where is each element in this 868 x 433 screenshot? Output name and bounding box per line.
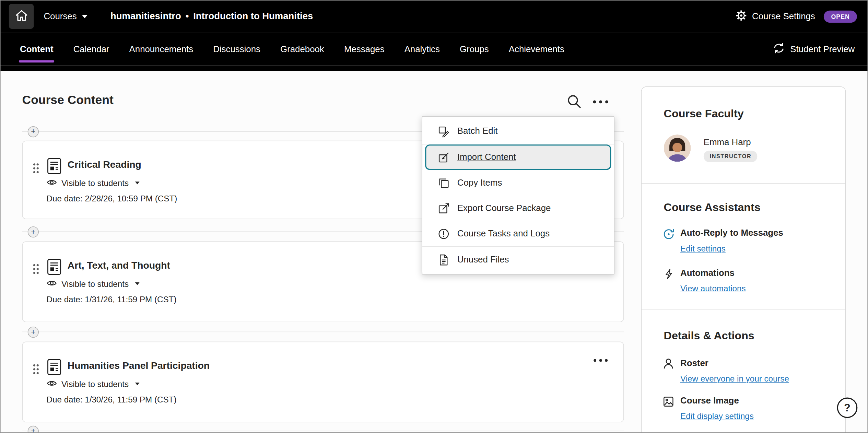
chevron-down-icon — [135, 282, 140, 285]
home-button[interactable] — [9, 4, 34, 29]
tab-messages[interactable]: Messages — [344, 33, 385, 65]
add-content-button[interactable] — [28, 126, 39, 137]
visibility-dropdown[interactable]: Visible to students — [47, 379, 140, 388]
student-preview-label: Student Preview — [790, 44, 855, 54]
export-icon — [437, 202, 449, 214]
roster-view-everyone-link[interactable]: View everyone in your course — [680, 374, 789, 383]
course-assistants-heading: Course Assistants — [664, 201, 761, 214]
view-automations-link[interactable]: View automations — [680, 283, 746, 293]
home-icon — [15, 9, 28, 24]
copy-icon — [437, 177, 449, 189]
courses-label: Courses — [44, 11, 77, 21]
app-root: Courses humanitiesintro • Introduction t… — [0, 0, 868, 433]
tab-achievements[interactable]: Achievements — [509, 33, 564, 65]
visibility-label: Visible to students — [61, 279, 129, 288]
breadcrumb: humanitiesintro • Introduction to Humani… — [110, 11, 313, 22]
add-content-button[interactable] — [28, 226, 39, 237]
add-content-row — [22, 327, 624, 338]
menu-item-batch-edit[interactable]: Batch Edit — [422, 118, 614, 144]
content-item-title[interactable]: Art, Text, and Thought — [68, 260, 170, 271]
page-title: Course Content — [22, 93, 114, 107]
document-icon — [47, 359, 61, 378]
course-image-icon — [662, 396, 674, 410]
breadcrumb-course-name: Introduction to Humanities — [193, 11, 313, 22]
auto-reply-edit-settings-link[interactable]: Edit settings — [680, 244, 726, 253]
panel-divider — [642, 183, 845, 184]
automations-title: Automations — [680, 268, 735, 278]
content-item-title[interactable]: Critical Reading — [68, 159, 141, 171]
avatar — [664, 134, 691, 162]
menu-item-label: Batch Edit — [457, 126, 498, 136]
ellipsis-icon — [593, 355, 608, 365]
menu-item-label: Course Tasks and Logs — [457, 229, 550, 238]
lightning-icon — [664, 268, 675, 282]
tab-gradebook[interactable]: Gradebook — [280, 33, 324, 65]
alert-circle-icon — [437, 228, 449, 239]
menu-item-copy-items[interactable]: Copy Items — [422, 170, 614, 195]
ellipsis-icon — [592, 96, 609, 106]
eye-icon — [47, 178, 57, 188]
search-button[interactable] — [567, 94, 581, 108]
auto-reply-title: Auto-Reply to Messages — [680, 228, 783, 238]
document-icon — [47, 158, 61, 177]
breadcrumb-course-id: humanitiesintro — [110, 11, 181, 22]
panel-divider — [642, 309, 845, 310]
menu-item-label: Copy Items — [457, 178, 502, 188]
menu-item-export-course-package[interactable]: Export Course Package — [422, 196, 614, 221]
content-item-title[interactable]: Humanities Panel Participation — [68, 360, 210, 372]
tab-groups[interactable]: Groups — [460, 33, 489, 65]
tab-calendar[interactable]: Calendar — [73, 33, 109, 65]
drag-handle-icon[interactable] — [32, 363, 40, 377]
tab-announcements[interactable]: Announcements — [129, 33, 193, 65]
courses-dropdown[interactable]: Courses — [44, 11, 87, 21]
tab-discussions[interactable]: Discussions — [213, 33, 260, 65]
content-overflow-menu: Batch Edit Import Content Copy Items Exp… — [422, 116, 615, 274]
roster-person-icon — [662, 358, 674, 371]
add-content-button[interactable] — [28, 327, 39, 338]
course-nav: Content Calendar Announcements Discussio… — [0, 33, 868, 65]
content-card: Humanities Panel Participation Visible t… — [22, 342, 624, 423]
course-image-title: Course Image — [680, 396, 739, 406]
eye-icon — [47, 379, 57, 388]
question-mark-icon: ? — [844, 402, 851, 414]
chevron-down-icon — [135, 182, 140, 184]
refresh-icon — [773, 42, 785, 56]
drag-handle-icon[interactable] — [32, 162, 40, 177]
course-details-panel: Course Faculty Emma Harp INSTRUCTOR Cour… — [641, 86, 846, 433]
visibility-dropdown[interactable]: Visible to students — [47, 178, 140, 188]
edit-display-settings-link[interactable]: Edit display settings — [680, 411, 754, 421]
search-icon — [567, 101, 581, 110]
visibility-label: Visible to students — [61, 379, 129, 388]
add-content-button[interactable] — [28, 426, 39, 433]
document-icon — [47, 259, 61, 278]
menu-item-import-content[interactable]: Import Content — [425, 144, 611, 170]
course-settings-button[interactable]: Course Settings — [752, 11, 815, 21]
menu-item-label: Unused Files — [457, 255, 509, 265]
due-date-text: Due date: 2/28/26, 10:59 PM (CST) — [47, 194, 177, 203]
avatar-image — [664, 134, 691, 162]
instructor-role-badge: INSTRUCTOR — [704, 151, 758, 162]
import-content-icon — [437, 151, 449, 163]
tab-content[interactable]: Content — [20, 33, 54, 65]
drag-handle-icon[interactable] — [32, 263, 40, 277]
due-date-text: Due date: 1/31/26, 11:59 PM (CST) — [47, 294, 177, 304]
course-faculty-heading: Course Faculty — [664, 107, 744, 120]
help-button[interactable]: ? — [837, 398, 858, 418]
gear-icon[interactable] — [735, 9, 747, 24]
menu-item-course-tasks-and-logs[interactable]: Course Tasks and Logs — [422, 221, 614, 246]
menu-item-label: Export Course Package — [457, 203, 551, 213]
content-overflow-menu-button[interactable] — [591, 96, 610, 106]
eye-icon — [47, 279, 57, 288]
open-status-badge[interactable]: OPEN — [824, 10, 857, 22]
roster-title: Roster — [680, 358, 708, 368]
details-actions-heading: Details & Actions — [664, 329, 754, 342]
visibility-dropdown[interactable]: Visible to students — [47, 279, 140, 288]
tab-analytics[interactable]: Analytics — [404, 33, 440, 65]
visibility-label: Visible to students — [61, 178, 129, 188]
course-settings-area: Course Settings OPEN — [735, 9, 857, 24]
auto-reply-icon — [662, 228, 675, 243]
nav-bottom-strip — [0, 65, 868, 71]
menu-item-unused-files[interactable]: Unused Files — [422, 247, 614, 272]
student-preview-button[interactable]: Student Preview — [773, 33, 855, 65]
item-overflow-menu-button[interactable] — [592, 355, 609, 364]
